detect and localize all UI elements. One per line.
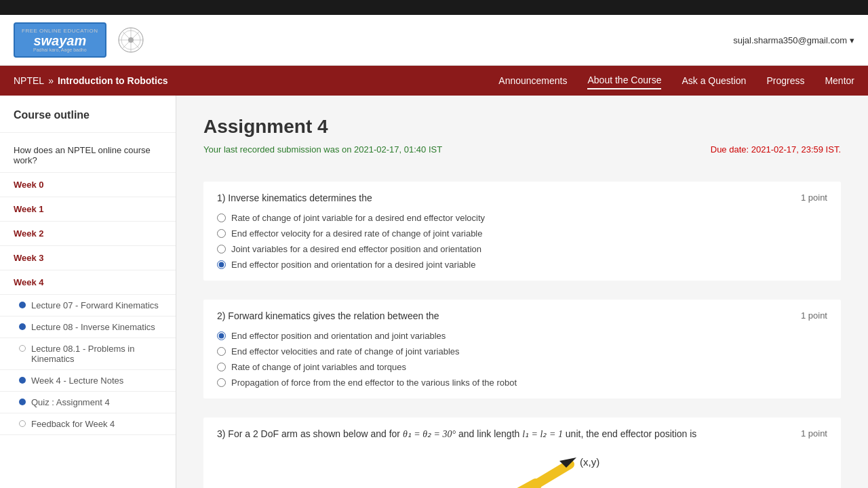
q2-option-2[interactable]: End effector velocities and rate of chan…	[217, 346, 827, 357]
question-1: 1) Inverse kinematics determines the 1 p…	[203, 182, 841, 281]
nptel-emblem	[117, 26, 144, 54]
nav-announcements[interactable]: Announcements	[498, 73, 567, 89]
feedback-week4-label: Feedback for Week 4	[31, 419, 115, 429]
user-email: sujal.sharma350@gmail.com	[733, 35, 847, 45]
svg-point-6	[128, 37, 134, 43]
sidebar-lecture-08-1[interactable]: Lecture 08.1 - Problems in Kinematics	[0, 338, 176, 370]
breadcrumb-course: Introduction to Robotics	[58, 75, 168, 86]
question-3-text: 3) For a 2 DoF arm as shown below and fo…	[217, 428, 801, 440]
assignment-info-header: Your last recorded submission was on 202…	[203, 144, 841, 168]
q3-diagram: X 2 (x,y)	[420, 451, 624, 488]
q2-radio-2[interactable]	[217, 347, 226, 356]
lecture-08-1-label: Lecture 08.1 - Problems in Kinematics	[31, 344, 162, 364]
lecture-dot-assignment-4	[19, 399, 26, 405]
q2-option-1-text: End effector position and orientation an…	[231, 331, 446, 341]
q1-radio-3[interactable]	[217, 245, 226, 253]
q3-text-mid: and link length	[458, 428, 522, 439]
week4-notes-label: Week 4 - Lecture Notes	[31, 375, 123, 386]
q1-number: 1)	[217, 192, 228, 203]
breadcrumb: NPTEL » Introduction to Robotics	[14, 75, 167, 86]
q1-option-1-text: Rate of change of joint variable for a d…	[231, 213, 485, 223]
top-bar	[0, 0, 868, 15]
nav-progress[interactable]: Progress	[766, 73, 804, 89]
nav-links: Announcements About the Course Ask a Que…	[498, 72, 854, 89]
dropdown-arrow: ▾	[850, 35, 854, 45]
q2-number: 2)	[217, 310, 228, 321]
nav-ask-question[interactable]: Ask a Question	[682, 73, 746, 89]
q2-option-1[interactable]: End effector position and orientation an…	[217, 331, 827, 341]
q1-option-4[interactable]: End effector position and orientation fo…	[217, 260, 827, 270]
header: FREE ONLINE EDUCATION swayam Padhai karo…	[0, 15, 868, 66]
sidebar-week-1[interactable]: Week 1	[0, 197, 176, 222]
user-email-area[interactable]: sujal.sharma350@gmail.com ▾	[733, 35, 854, 45]
main-content: Course outline How does an NPTEL online …	[0, 96, 868, 488]
logo-bottom-text: Padhai karo, Aage badho	[33, 47, 87, 52]
q2-radio-3[interactable]	[217, 363, 226, 371]
sidebar-lecture-07[interactable]: Lecture 07 - Forward Kinematics	[0, 295, 176, 317]
sidebar-feedback-week4[interactable]: Feedback for Week 4	[0, 413, 176, 435]
question-2: 2) Forward kinematics gives the relation…	[203, 300, 841, 399]
breadcrumb-separator: »	[48, 75, 54, 86]
question-3-header: 3) For a 2 DoF arm as shown below and fo…	[217, 428, 827, 440]
breadcrumb-root: NPTEL	[14, 75, 44, 86]
question-2-text: 2) Forward kinematics gives the relation…	[217, 310, 801, 321]
nav-mentor[interactable]: Mentor	[825, 73, 854, 89]
nav-bar: NPTEL » Introduction to Robotics Announc…	[0, 66, 868, 96]
logo-box: FREE ONLINE EDUCATION swayam Padhai karo…	[14, 22, 106, 58]
header-left: FREE ONLINE EDUCATION swayam Padhai karo…	[14, 22, 144, 58]
assignment-title: Assignment 4	[203, 116, 841, 138]
q1-radio-2[interactable]	[217, 229, 226, 238]
question-3: 3) For a 2 DoF arm as shown below and fo…	[203, 418, 841, 488]
q1-option-2-text: End effector velocity for a desired rate…	[231, 228, 482, 239]
svg-text:(x,y): (x,y)	[580, 456, 599, 468]
q2-option-3[interactable]: Rate of change of joint variables and to…	[217, 362, 827, 372]
svg-line-7	[475, 485, 536, 488]
lecture-08-label: Lecture 08 - Inverse Kinematics	[31, 322, 155, 332]
sidebar-week-0[interactable]: Week 0	[0, 173, 176, 197]
q2-options: End effector position and orientation an…	[217, 331, 827, 388]
sidebar: Course outline How does an NPTEL online …	[0, 96, 176, 488]
q2-option-4[interactable]: Propagation of force from the end effect…	[217, 378, 827, 388]
q3-number: 3) For a 2 DoF arm as shown below and fo…	[217, 428, 403, 439]
q1-points: 1 point	[801, 192, 827, 203]
q1-option-3[interactable]: Joint variables for a desired end effect…	[217, 244, 827, 254]
q3-text-end: unit, the end effector position is	[566, 428, 697, 439]
q3-diagram-container: X 2 (x,y)	[217, 451, 827, 488]
q2-option-2-text: End effector velocities and rate of chan…	[231, 346, 460, 357]
sidebar-week-3[interactable]: Week 3	[0, 246, 176, 270]
nav-about-course[interactable]: About the Course	[587, 72, 661, 89]
lecture-dot-08-1	[19, 345, 26, 352]
q2-option-3-text: Rate of change of joint variables and to…	[231, 362, 406, 372]
lecture-07-label: Lecture 07 - Forward Kinematics	[31, 300, 159, 310]
lecture-dot-07	[19, 302, 26, 308]
swayam-logo: FREE ONLINE EDUCATION swayam Padhai karo…	[14, 22, 106, 58]
sidebar-week-2[interactable]: Week 2	[0, 222, 176, 246]
q2-radio-4[interactable]	[217, 378, 226, 387]
q1-options: Rate of change of joint variable for a d…	[217, 213, 827, 270]
q1-radio-4[interactable]	[217, 260, 226, 269]
q1-option-1[interactable]: Rate of change of joint variable for a d…	[217, 213, 827, 223]
sidebar-title: Course outline	[0, 109, 176, 133]
sidebar-assignment-4[interactable]: Quiz : Assignment 4	[0, 392, 176, 413]
q1-option-3-text: Joint variables for a desired end effect…	[231, 244, 481, 254]
svg-line-8	[536, 464, 570, 485]
sidebar-week-4[interactable]: Week 4	[0, 270, 176, 295]
question-1-header: 1) Inverse kinematics determines the 1 p…	[217, 192, 827, 203]
content-area: Assignment 4 Your last recorded submissi…	[176, 96, 868, 488]
question-2-header: 2) Forward kinematics gives the relation…	[217, 310, 827, 321]
logo-main-text: swayam	[33, 34, 86, 47]
lecture-dot-feedback	[19, 420, 26, 427]
q3-math: θ₁ = θ₂ = 30°	[403, 429, 456, 439]
sidebar-lecture-08[interactable]: Lecture 08 - Inverse Kinematics	[0, 317, 176, 338]
sidebar-item-how-nptel[interactable]: How does an NPTEL online course work?	[0, 138, 176, 173]
assignment-4-label: Quiz : Assignment 4	[31, 397, 110, 407]
question-1-text: 1) Inverse kinematics determines the	[217, 192, 801, 203]
lecture-dot-08	[19, 323, 26, 330]
q1-option-2[interactable]: End effector velocity for a desired rate…	[217, 228, 827, 239]
submission-info: Your last recorded submission was on 202…	[203, 144, 442, 164]
due-date: Due date: 2021-02-17, 23:59 IST.	[711, 144, 841, 155]
q3-math2: l₁ = l₂ = 1	[522, 429, 563, 439]
sidebar-week4-notes[interactable]: Week 4 - Lecture Notes	[0, 370, 176, 392]
q1-radio-1[interactable]	[217, 214, 226, 222]
q2-radio-1[interactable]	[217, 331, 226, 340]
